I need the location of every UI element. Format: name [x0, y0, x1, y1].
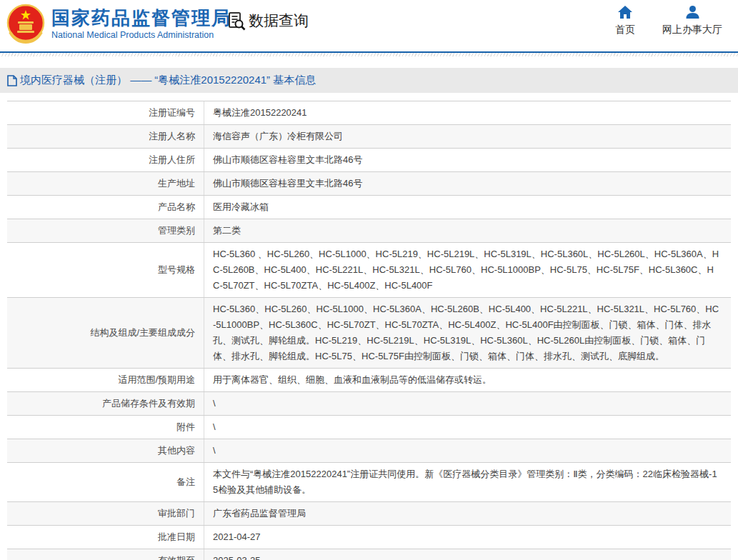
row-label: 附件	[7, 416, 204, 439]
page-header: 国家药品监督管理局 National Medical Products Admi…	[0, 0, 738, 51]
table-row: 有效期至2025-03-25	[7, 549, 731, 560]
row-value-text: 用于离体器官、组织、细胞、血液和血液制品等的低温储存或转运。	[213, 372, 720, 388]
row-label-text: 审批部门	[158, 506, 195, 521]
nav-home-label: 首页	[615, 24, 635, 36]
row-label-text: 结构及组成/主要组成成分	[90, 326, 195, 340]
row-label-text: 注册证编号	[149, 106, 195, 120]
row-value-text: 2021-04-27	[213, 529, 720, 545]
row-label: 备注	[7, 463, 204, 501]
row-value-text: HC-5L360 、HC-5L260、HC-5L1000、HC-5L219、HC…	[213, 246, 720, 294]
table-row: 生产地址佛山市顺德区容桂容里文丰北路46号	[7, 172, 731, 196]
row-label-text: 有效期至	[158, 554, 195, 560]
table-row: 产品名称医用冷藏冰箱	[7, 196, 731, 219]
row-label: 审批部门	[7, 502, 204, 525]
row-value: 2021-04-27	[204, 526, 731, 549]
row-label-text: 备注	[176, 475, 195, 489]
brand-block: 国家药品监督管理局 National Medical Products Admi…	[51, 7, 231, 40]
row-value-text: 广东省药品监督管理局	[213, 506, 720, 521]
row-label-text: 注册人住所	[149, 153, 195, 167]
page-title: 境内医疗器械（注册） —— “粤械注准20152220241” 基本信息	[20, 74, 316, 87]
row-value-text: \	[213, 443, 720, 459]
row-label-text: 产品名称	[158, 200, 195, 214]
document-icon	[7, 75, 17, 86]
row-label: 产品名称	[7, 196, 204, 219]
row-value: \	[204, 392, 731, 415]
top-navigation: 首页 网上办事大厅	[615, 6, 722, 36]
row-value: 医用冷藏冰箱	[204, 196, 731, 219]
brand-title-en: National Medical Products Administration	[51, 30, 231, 40]
row-label: 产品储存条件及有效期	[7, 392, 204, 415]
data-query-title: 数据查询	[249, 11, 309, 31]
row-value-text: HC-5L360、HC-5L260、HC-5L1000、HC-5L360A、HC…	[213, 301, 720, 364]
row-label: 适用范围/预期用途	[7, 369, 204, 391]
row-value: 佛山市顺德区容桂容里文丰北路46号	[204, 149, 731, 171]
row-label-text: 注册人名称	[149, 129, 195, 144]
row-label: 型号规格	[7, 243, 204, 297]
data-query-icon	[227, 11, 246, 31]
row-label: 其他内容	[7, 439, 204, 462]
nav-service-hall[interactable]: 网上办事大厅	[662, 6, 722, 36]
table-row: 备注本文件与“粤械注准20152220241”注册证共同使用。新《医疗器械分类目…	[7, 463, 731, 502]
user-icon	[686, 6, 699, 19]
table-row: 批准日期2021-04-27	[7, 526, 731, 549]
table-row: 注册人名称海信容声（广东）冷柜有限公司	[7, 125, 731, 149]
row-label-text: 其他内容	[158, 444, 195, 458]
breadcrumb: 境内医疗器械（注册） —— “粤械注准20152220241” 基本信息	[0, 68, 738, 93]
row-label: 生产地址	[7, 172, 204, 195]
row-label: 有效期至	[7, 549, 204, 560]
row-value-text: 医用冷藏冰箱	[213, 199, 720, 215]
row-value-text: \	[213, 396, 720, 411]
table-row: 产品储存条件及有效期\	[7, 392, 731, 416]
row-label-text: 批准日期	[158, 530, 195, 544]
row-value-text: 粤械注准20152220241	[213, 105, 720, 121]
table-row: 结构及组成/主要组成成分HC-5L360、HC-5L260、HC-5L1000、…	[7, 298, 731, 369]
registration-detail-table: 注册证编号粤械注准20152220241注册人名称海信容声（广东）冷柜有限公司注…	[7, 101, 731, 560]
home-icon	[618, 6, 632, 19]
row-label-text: 生产地址	[158, 176, 195, 191]
header-hatch-strip	[0, 53, 738, 56]
table-row: 型号规格HC-5L360 、HC-5L260、HC-5L1000、HC-5L21…	[7, 243, 731, 298]
row-value: 2025-03-25	[204, 549, 731, 560]
row-label: 注册人住所	[7, 149, 204, 171]
table-row: 其他内容\	[7, 439, 731, 463]
row-label-text: 型号规格	[158, 263, 195, 277]
row-label-text: 产品储存条件及有效期	[102, 396, 195, 411]
row-value: HC-5L360、HC-5L260、HC-5L1000、HC-5L360A、HC…	[204, 298, 731, 368]
table-row: 审批部门广东省药品监督管理局	[7, 502, 731, 526]
table-row: 注册人住所佛山市顺德区容桂容里文丰北路46号	[7, 149, 731, 172]
row-label: 管理类别	[7, 219, 204, 242]
row-value: HC-5L360 、HC-5L260、HC-5L1000、HC-5L219、HC…	[204, 243, 731, 297]
row-label: 批准日期	[7, 526, 204, 549]
table-row: 注册证编号粤械注准20152220241	[7, 101, 731, 125]
table-row: 适用范围/预期用途用于离体器官、组织、细胞、血液和血液制品等的低温储存或转运。	[7, 369, 731, 392]
row-value-text: \	[213, 419, 720, 435]
nmpa-emblem-logo	[6, 4, 46, 45]
row-value: \	[204, 439, 731, 462]
data-query-header[interactable]: 数据查询	[227, 11, 309, 31]
nav-service-hall-label: 网上办事大厅	[662, 24, 722, 36]
row-value-text: 第二类	[213, 223, 720, 239]
brand-title-cn: 国家药品监督管理局	[51, 7, 231, 29]
row-value: 佛山市顺德区容桂容里文丰北路46号	[204, 172, 731, 195]
row-value: 海信容声（广东）冷柜有限公司	[204, 125, 731, 148]
row-label-text: 管理类别	[158, 224, 195, 238]
nav-home[interactable]: 首页	[615, 6, 635, 36]
row-label: 结构及组成/主要组成成分	[7, 298, 204, 368]
row-label-text: 适用范围/预期用途	[118, 373, 195, 387]
row-label: 注册人名称	[7, 125, 204, 148]
row-value: 本文件与“粤械注准20152220241”注册证共同使用。新《医疗器械分类目录》…	[204, 463, 731, 501]
row-value-text: 本文件与“粤械注准20152220241”注册证共同使用。新《医疗器械分类目录》…	[213, 466, 720, 498]
row-label: 注册证编号	[7, 101, 204, 124]
table-row: 附件\	[7, 416, 731, 439]
row-value: \	[204, 416, 731, 439]
row-value: 粤械注准20152220241	[204, 101, 731, 124]
row-value-text: 佛山市顺德区容桂容里文丰北路46号	[213, 152, 720, 168]
row-value: 第二类	[204, 219, 731, 242]
row-value-text: 佛山市顺德区容桂容里文丰北路46号	[213, 176, 720, 191]
table-row: 管理类别第二类	[7, 219, 731, 243]
row-value: 用于离体器官、组织、细胞、血液和血液制品等的低温储存或转运。	[204, 369, 731, 391]
row-label-text: 附件	[176, 420, 195, 434]
row-value: 广东省药品监督管理局	[204, 502, 731, 525]
row-value-text: 海信容声（广东）冷柜有限公司	[213, 129, 720, 144]
row-value-text: 2025-03-25	[213, 553, 720, 560]
